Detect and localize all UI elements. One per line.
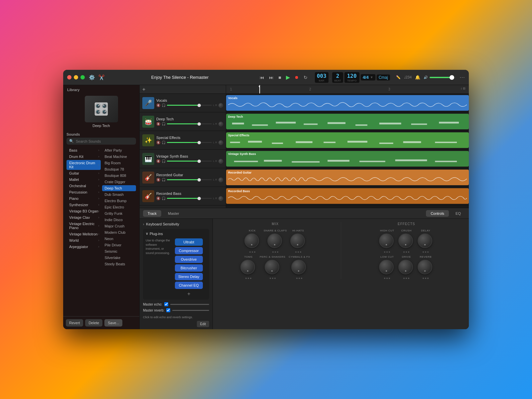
- sidebar-item-vintageclav[interactable]: Vintage Clav›: [66, 214, 101, 220]
- headphone-button-vocals[interactable]: 🎧: [162, 103, 166, 107]
- knob-snare-control[interactable]: [267, 233, 283, 249]
- keyboard-sensitivity[interactable]: › Keyboard Sensitivity: [143, 222, 209, 226]
- plugins-header[interactable]: ∨ Plug-ins: [146, 231, 206, 236]
- track-knob-sfx[interactable]: [218, 140, 223, 145]
- plugin-compressor[interactable]: Compressor: [175, 247, 203, 254]
- timeline-row-bass[interactable]: Recorded Bass: [226, 187, 469, 205]
- plugin-channeleq[interactable]: Channel EQ: [175, 282, 203, 289]
- track-knob-deeptech[interactable]: [218, 122, 223, 126]
- timeline-row-sfx[interactable]: Special Effects: [226, 131, 469, 150]
- timeline-row-vsb[interactable]: Vintage Synth Bass: [226, 150, 469, 168]
- knob-cymbals-control[interactable]: [291, 260, 307, 276]
- sub-modern-club[interactable]: Modern Club: [102, 229, 136, 235]
- add-plugin-button[interactable]: +: [175, 291, 203, 297]
- edit-button[interactable]: Edit: [197, 321, 209, 327]
- sidebar-item-vintagemellotron[interactable]: Vintage Mellotron›: [66, 231, 101, 237]
- sub-crate-digger[interactable]: Crate Digger: [102, 179, 136, 185]
- headphone-button-deeptech[interactable]: 🎧: [162, 122, 166, 126]
- sidebar-item-bass[interactable]: Bass›: [66, 147, 101, 153]
- master-reverb-slider[interactable]: [172, 310, 209, 311]
- sub-pile-driver[interactable]: Pile Driver: [102, 242, 136, 248]
- master-echo-checkbox[interactable]: [164, 302, 168, 306]
- sub-epic-electro[interactable]: Epic Electro: [102, 204, 136, 210]
- settings-icon[interactable]: ⚙️: [89, 74, 95, 80]
- timeline-row-deeptech[interactable]: Deep Tech: [226, 112, 469, 131]
- master-volume[interactable]: 🔊: [424, 75, 456, 79]
- maximize-button[interactable]: [80, 75, 85, 79]
- volume-slider-guitar[interactable]: [167, 179, 212, 180]
- sub-indie-disco[interactable]: Indie Disco: [102, 217, 136, 223]
- mute-button-deeptech[interactable]: 🔇: [156, 122, 160, 126]
- volume-slider[interactable]: [430, 77, 456, 78]
- scissors-icon[interactable]: ✂️: [98, 74, 105, 80]
- tempo-display[interactable]: 120 TEMPO: [344, 72, 359, 83]
- time-signature[interactable]: 4/4 ▼: [361, 74, 375, 80]
- knob-delay-control[interactable]: [418, 233, 434, 249]
- knob-highcut-control[interactable]: [379, 233, 395, 249]
- delete-button[interactable]: Delete: [85, 319, 102, 327]
- more-icon[interactable]: ⋯: [460, 74, 465, 80]
- plugin-stereodelay[interactable]: Stereo Delay: [175, 273, 203, 280]
- headphone-button-sfx[interactable]: 🎧: [162, 141, 166, 144]
- revert-button[interactable]: Revert: [66, 319, 83, 327]
- headphone-button-vsb[interactable]: 🎧: [162, 159, 166, 163]
- knob-kick-control[interactable]: [244, 233, 260, 249]
- sub-seismic[interactable]: Seismic: [102, 248, 136, 254]
- sidebar-item-mallet[interactable]: Mallet›: [66, 177, 101, 183]
- save-button[interactable]: Save...: [104, 319, 122, 327]
- sub-boutique78[interactable]: Boutique 78: [102, 166, 136, 172]
- track-knob-vocals[interactable]: [218, 103, 223, 108]
- sidebar-item-vintageb3organ[interactable]: Vintage B3 Organ›: [66, 208, 101, 214]
- sub-steely-beats[interactable]: Steely Beats: [102, 261, 136, 267]
- timeline-row-guitar[interactable]: Recorded Guitar: [226, 168, 469, 187]
- tab-master[interactable]: Master: [163, 210, 184, 217]
- record-button[interactable]: ⏺: [293, 74, 300, 80]
- sub-big-room[interactable]: Big Room: [102, 160, 136, 166]
- tab-track[interactable]: Track: [143, 210, 161, 217]
- track-knob-bass[interactable]: [218, 196, 223, 201]
- sub-gritty-funk[interactable]: Gritty Funk: [102, 210, 136, 216]
- key-display[interactable]: Cmaj: [377, 74, 390, 80]
- volume-slider-sfx[interactable]: [167, 142, 212, 143]
- volume-slider-vsb[interactable]: [167, 161, 212, 162]
- timeline-row-vocals[interactable]: Vocals: [226, 94, 469, 112]
- sidebar-item-vintageelectricpiano[interactable]: Vintage Electric Piano›: [66, 221, 101, 231]
- knob-crush-control[interactable]: [398, 233, 414, 249]
- close-button[interactable]: [67, 75, 71, 79]
- knob-lowcut-control[interactable]: [379, 260, 395, 276]
- mute-button-vsb[interactable]: 🔇: [156, 159, 160, 163]
- plugin-ultrabt[interactable]: Ultrabt: [175, 238, 203, 246]
- headphone-button-bass[interactable]: 🎧: [162, 197, 166, 200]
- tab-eq[interactable]: EQ: [451, 210, 466, 217]
- volume-slider-bass[interactable]: [167, 198, 212, 199]
- mute-button-sfx[interactable]: 🔇: [156, 141, 160, 144]
- volume-slider-vocals[interactable]: [167, 105, 212, 106]
- sidebar-item-synthesizer[interactable]: Synthesizer›: [66, 202, 101, 208]
- track-knob-guitar[interactable]: [218, 178, 223, 182]
- minimize-button[interactable]: [74, 75, 78, 79]
- sidebar-item-percussion[interactable]: Percussion›: [66, 189, 101, 195]
- add-track-button[interactable]: +: [142, 86, 145, 92]
- sub-boutique808[interactable]: Boutique 808: [102, 173, 136, 179]
- fast-forward-button[interactable]: ⏭: [268, 74, 275, 81]
- track-knob-vsb[interactable]: [218, 159, 223, 164]
- sub-major-crush[interactable]: Major Crush: [102, 223, 136, 229]
- sub-deep-tech[interactable]: Deep Tech: [102, 185, 136, 191]
- sidebar-item-arpeggiator[interactable]: Arpeggiator›: [66, 244, 101, 250]
- volume-slider-deeptech[interactable]: [167, 123, 212, 124]
- rewind-button[interactable]: ⏮: [258, 74, 266, 81]
- headphone-button-guitar[interactable]: 🎧: [162, 178, 166, 182]
- sub-silverlake[interactable]: Silverlake: [102, 255, 136, 261]
- sub-dub-smash[interactable]: Dub Smash: [102, 192, 136, 198]
- knob-toms-control[interactable]: [240, 260, 256, 276]
- knob-drive-control[interactable]: [398, 260, 414, 276]
- mute-button-bass[interactable]: 🔇: [156, 197, 160, 200]
- loop-button[interactable]: ↻: [302, 74, 309, 81]
- sidebar-item-piano[interactable]: Piano›: [66, 196, 101, 201]
- knob-hihats-control[interactable]: [290, 233, 306, 249]
- plugin-overdrive[interactable]: Overdrive: [175, 256, 203, 263]
- knob-perc-control[interactable]: [265, 260, 281, 276]
- sub-neon[interactable]: Neon: [102, 236, 136, 242]
- play-button[interactable]: ▶: [285, 73, 291, 81]
- bell-icon[interactable]: 🔔: [415, 75, 420, 80]
